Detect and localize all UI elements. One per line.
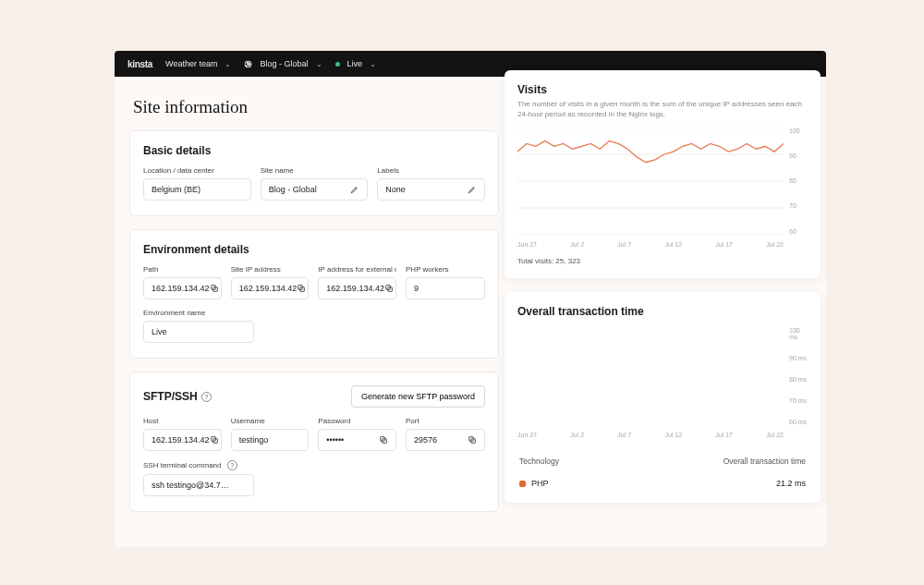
path-value: 162.159.134.42 xyxy=(152,284,210,293)
user-value: testingo xyxy=(239,435,269,445)
sshcmd-value: ssh testingo@34.7… xyxy=(152,481,229,490)
env-selector[interactable]: Live ⌄ xyxy=(335,59,377,68)
phpw-value: 9 xyxy=(414,284,419,293)
copy-icon[interactable] xyxy=(297,284,306,293)
location-value: Belgium (BE) xyxy=(152,185,201,194)
chevron-down-icon: ⌄ xyxy=(316,60,322,68)
ott-chart: 100 ms90 ms80 ms70 ms60 ms Jun 27Jul 2Ju… xyxy=(517,327,808,438)
env-selector-label: Live xyxy=(347,59,363,68)
labels-label: Labels xyxy=(377,166,485,175)
extip-label: IP address for external connections xyxy=(318,265,396,274)
copy-icon[interactable] xyxy=(384,284,394,293)
sshcmd-label: SSH terminal command ? xyxy=(143,460,254,470)
siteip-label: Site IP address xyxy=(231,265,310,274)
status-dot-icon xyxy=(335,62,340,67)
brand-logo: kinsta xyxy=(128,59,152,69)
sshcmd-field[interactable]: ssh testingo@34.7… xyxy=(143,474,254,496)
port-field[interactable]: 29576 xyxy=(406,429,485,451)
envname-label: Environment name xyxy=(143,309,254,317)
basic-details-card: Basic details Location / data center Bel… xyxy=(129,130,499,216)
chevron-down-icon: ⌄ xyxy=(225,60,231,68)
visits-total: Total visits: 25, 323 xyxy=(517,257,808,265)
pass-field[interactable]: •••••• xyxy=(318,429,396,451)
visits-description: The number of visits in a given month is… xyxy=(517,100,808,120)
extip-field[interactable]: 162.159.134.42 xyxy=(318,277,396,299)
sftp-card: SFTP/SSH ? Generate new SFTP password Ho… xyxy=(129,372,499,512)
sitename-value: Blog - Global xyxy=(269,185,317,194)
path-field[interactable]: 162.159.134.42 xyxy=(143,277,222,299)
port-label: Port xyxy=(406,417,485,425)
visits-heading: Visits xyxy=(517,83,808,96)
visits-panel: Visits The number of visits in a given m… xyxy=(505,70,821,278)
env-details-heading: Environment details xyxy=(143,243,485,256)
pass-value: •••••• xyxy=(326,435,344,445)
sftp-heading: SFTP/SSH xyxy=(143,390,198,403)
sitename-label: Site name xyxy=(261,166,369,175)
env-details-card: Environment details Path 162.159.134.42 … xyxy=(129,229,499,359)
chevron-down-icon: ⌄ xyxy=(370,60,376,68)
ott-row: PHP21.2 ms xyxy=(517,471,808,490)
pass-label: Password xyxy=(318,417,396,425)
path-label: Path xyxy=(143,265,222,274)
help-icon[interactable]: ? xyxy=(227,460,237,470)
ott-panel: Overall transaction time 100 ms90 ms80 m… xyxy=(505,292,821,503)
ott-table: Technology Overall transaction time PHP2… xyxy=(517,451,808,490)
user-label: Username xyxy=(231,417,310,425)
location-label: Location / data center xyxy=(143,166,251,175)
edit-icon[interactable] xyxy=(350,185,359,194)
host-label: Host xyxy=(143,417,222,425)
siteip-field[interactable]: 162.159.134.42 xyxy=(231,277,310,299)
host-field[interactable]: 162.159.134.42 xyxy=(143,429,222,451)
edit-icon[interactable] xyxy=(468,185,477,194)
basic-details-heading: Basic details xyxy=(143,144,485,157)
sitename-field[interactable]: Blog - Global xyxy=(261,178,369,201)
host-value: 162.159.134.42 xyxy=(152,435,210,445)
copy-icon[interactable] xyxy=(210,435,219,445)
labels-value: None xyxy=(385,185,406,194)
site-selector[interactable]: Blog - Global ⌄ xyxy=(244,59,322,68)
extip-value: 162.159.134.42 xyxy=(326,284,384,293)
copy-icon[interactable] xyxy=(468,435,477,445)
location-field[interactable]: Belgium (BE) xyxy=(143,178,251,201)
phpw-field[interactable]: 9 xyxy=(406,277,485,299)
envname-field[interactable]: Live xyxy=(143,321,254,343)
ott-th-time: Overall transaction time xyxy=(723,457,806,466)
site-selector-label: Blog - Global xyxy=(260,59,308,68)
team-selector[interactable]: Weather team ⌄ xyxy=(165,59,231,68)
wordpress-icon xyxy=(244,60,252,68)
port-value: 29576 xyxy=(414,435,437,445)
copy-icon[interactable] xyxy=(379,435,388,445)
phpw-label: PHP workers xyxy=(406,265,485,274)
labels-field[interactable]: None xyxy=(377,178,485,201)
siteip-value: 162.159.134.42 xyxy=(239,284,298,293)
visits-chart: 10090807060 Jun 27Jul 2Jul 7Jul 12Jul 17… xyxy=(517,128,808,248)
envname-value: Live xyxy=(152,327,167,336)
generate-sftp-password-button[interactable]: Generate new SFTP password xyxy=(351,385,485,408)
user-field[interactable]: testingo xyxy=(231,429,310,451)
team-selector-label: Weather team xyxy=(165,59,217,68)
ott-heading: Overall transaction time xyxy=(517,305,808,318)
copy-icon[interactable] xyxy=(210,284,219,293)
ott-th-tech: Technology xyxy=(519,457,559,466)
help-icon[interactable]: ? xyxy=(201,392,212,402)
